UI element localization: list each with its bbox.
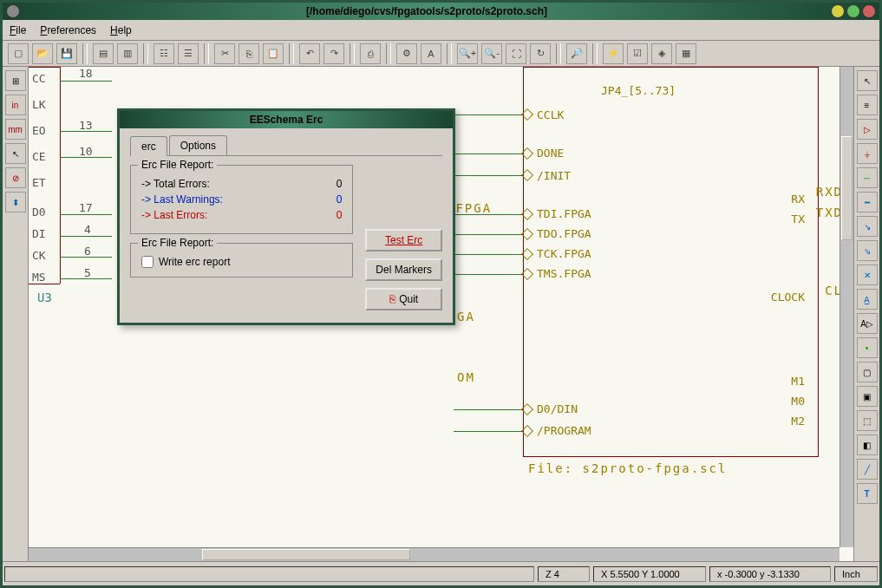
status-zoom: Z 4	[538, 566, 590, 582]
pcb-button[interactable]: ▦	[676, 43, 696, 64]
pin-num-6: 6	[84, 245, 91, 258]
close-icon[interactable]	[862, 4, 876, 18]
place-bus-tool[interactable]: ━	[857, 192, 878, 212]
erc-dialog-title: EESchema Erc	[123, 114, 449, 126]
status-dxy: x -0.3000 y -3.1330	[709, 566, 831, 582]
place-junction-tool[interactable]: •	[857, 337, 878, 358]
hidden-pins-button[interactable]: ⊘	[5, 167, 26, 188]
cursor-shape-button[interactable]: ↖	[5, 143, 26, 164]
vertical-scrollbar[interactable]	[840, 67, 853, 547]
minimize-icon[interactable]	[831, 4, 845, 18]
erc-dialog-titlebar[interactable]: EESchema Erc	[120, 111, 453, 128]
hier-pin-m0: M0	[791, 395, 805, 408]
hierarchy-button[interactable]: ☷	[154, 43, 174, 64]
netlist-button[interactable]: ⚙	[396, 43, 417, 64]
redo-button[interactable]: ↷	[323, 43, 344, 64]
pin-label-di: DI	[32, 227, 46, 240]
value-last-warnings: 0	[324, 193, 342, 206]
bus-dir-button[interactable]: ⬍	[5, 192, 26, 212]
hier-pin-cclk: CCLK	[537, 108, 564, 121]
place-sheet-pin-tool[interactable]: ◧	[857, 434, 878, 455]
place-component-tool[interactable]: ▷	[857, 119, 878, 140]
hier-pin-clock: CLOCK	[771, 291, 805, 304]
select-tool[interactable]: ↖	[857, 70, 878, 91]
menubar: File Preferences Help	[3, 20, 879, 41]
erc-tab-strip: erc Options	[130, 135, 442, 156]
units-in-button[interactable]: in	[5, 95, 26, 115]
place-bus2bus-tool[interactable]: ⇘	[857, 240, 878, 261]
cvpcb-button[interactable]: ◈	[651, 43, 672, 64]
open-button[interactable]: 📂	[32, 43, 53, 64]
zoom-redraw-button[interactable]: ↻	[530, 43, 551, 64]
print-button[interactable]: ⎙	[360, 43, 381, 64]
sheet-button[interactable]: ▤	[93, 43, 114, 64]
place-globlabel-tool[interactable]: A▷	[857, 313, 878, 334]
erc-write-group: Erc File Report: Write erc report	[130, 243, 353, 278]
pin-label-et: ET	[32, 176, 46, 189]
place-line-tool[interactable]: ╱	[857, 459, 878, 480]
tab-erc[interactable]: erc	[130, 136, 167, 156]
sheet-label-jp4: JP4_[5..73]	[601, 84, 676, 97]
net-ga-partial: GA	[457, 310, 475, 323]
del-markers-button[interactable]: Del Markers	[365, 258, 442, 281]
copy-button[interactable]: ⎘	[238, 43, 259, 64]
lib-button[interactable]: ▥	[117, 43, 138, 64]
hier-sheet-fpga[interactable]	[523, 67, 819, 457]
place-wire2bus-tool[interactable]: ↘	[857, 216, 878, 237]
zoom-fit-button[interactable]: ⛶	[506, 43, 526, 64]
hier-pin-tdo: TDO.FPGA	[537, 227, 591, 240]
hier-pin-tdi: TDI.FPGA	[537, 207, 591, 220]
paste-button[interactable]: 📋	[263, 43, 284, 64]
new-button[interactable]: ▢	[8, 43, 29, 64]
hier-pin-init: /INIT	[537, 169, 571, 182]
main-toolbar: ▢ 📂 💾 ▤ ▥ ☷ ☰ ✂ ⎘ 📋 ↶ ↷ ⎙ ⚙ A 🔍+ 🔍- ⛶ ↻ …	[3, 41, 879, 67]
undo-button[interactable]: ↶	[299, 43, 320, 64]
zoom-out-button[interactable]: 🔍-	[481, 43, 502, 64]
pin-num-10: 10	[79, 145, 93, 158]
grid-button[interactable]: ⊞	[5, 70, 26, 91]
main-titlebar[interactable]: [/home/diego/cvs/fpgatools/s2proto/s2pro…	[3, 3, 879, 20]
pin-label-ck: CK	[32, 249, 46, 262]
place-sheet-tool[interactable]: ▣	[857, 386, 878, 407]
pin-label-cc: CC	[32, 72, 46, 85]
place-hier-label-tool[interactable]: ▢	[857, 362, 878, 382]
erc-write-legend: Erc File Report:	[138, 237, 217, 249]
bom-button[interactable]: ☑	[627, 43, 648, 64]
find-button[interactable]: 🔎	[566, 43, 587, 64]
menu-help[interactable]: Help	[110, 24, 132, 36]
right-toolbar: ↖ ≡ ▷ ⏚ ─ ━ ↘ ⇘ ✕ A̲ A▷ • ▢ ▣ ⬚ ◧ ╱ T	[853, 67, 879, 561]
import-sheet-pin-tool[interactable]: ⬚	[857, 410, 878, 431]
tree-button[interactable]: ☰	[178, 43, 199, 64]
horizontal-scrollbar[interactable]	[29, 547, 840, 561]
maximize-icon[interactable]	[846, 4, 860, 18]
menu-file[interactable]: File	[10, 24, 26, 36]
cut-button[interactable]: ✂	[214, 43, 235, 64]
quit-button[interactable]: ⎘ Quit	[365, 288, 442, 310]
value-last-errors: 0	[324, 209, 342, 221]
tab-options[interactable]: Options	[169, 135, 227, 155]
erc-report-group: Erc File Report: -> Total Errors: 0 -> L…	[130, 165, 353, 234]
place-text-tool[interactable]: T	[857, 483, 878, 504]
test-erc-button[interactable]: Test Erc	[365, 229, 442, 252]
place-netlabel-tool[interactable]: A̲	[857, 289, 878, 310]
highlight-tool[interactable]: ≡	[857, 95, 878, 115]
place-wire-tool[interactable]: ─	[857, 167, 878, 188]
save-button[interactable]: 💾	[56, 43, 77, 64]
label-last-warnings: -> Last Warnings:	[141, 193, 223, 206]
exit-icon: ⎘	[389, 293, 395, 305]
units-mm-button[interactable]: mm	[5, 119, 26, 140]
sys-menu-icon[interactable]	[6, 4, 20, 18]
hier-pin-program: /PROGRAM	[537, 424, 591, 437]
net-om-partial: OM	[457, 370, 475, 384]
place-noconn-tool[interactable]: ✕	[857, 265, 878, 285]
pin-num-4: 4	[84, 223, 91, 236]
place-power-tool[interactable]: ⏚	[857, 143, 878, 164]
write-erc-checkbox[interactable]	[141, 256, 154, 268]
pin-label-d0: D0	[32, 206, 46, 219]
pin-label-ce: CE	[32, 150, 46, 163]
zoom-in-button[interactable]: 🔍+	[457, 43, 478, 64]
refdes-u3: U3	[37, 291, 52, 304]
annotate-button[interactable]: A	[421, 43, 441, 64]
erc-button[interactable]: ⚡	[603, 43, 624, 64]
menu-preferences[interactable]: Preferences	[40, 24, 96, 36]
